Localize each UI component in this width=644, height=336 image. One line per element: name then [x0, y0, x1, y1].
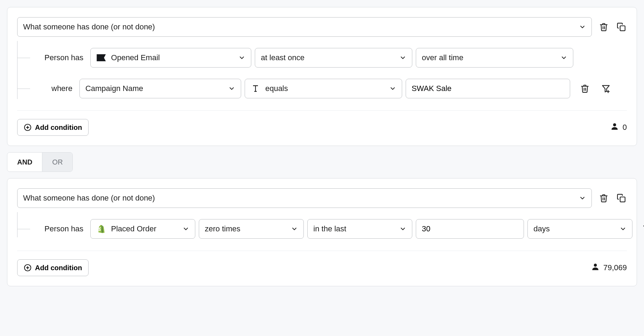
chevron-down-icon	[399, 225, 406, 232]
svg-rect-0	[620, 26, 625, 31]
svg-point-15	[594, 264, 597, 267]
delete-filter-button[interactable]	[579, 83, 590, 94]
condition-row: Person has Opened Email at least once ov…	[30, 48, 627, 68]
condition-row: Person has Placed Order zero times	[30, 219, 627, 239]
delete-group-button[interactable]	[598, 21, 609, 33]
add-condition-button[interactable]: Add condition	[17, 259, 89, 276]
frequency-label: at least once	[261, 53, 304, 62]
duplicate-group-button[interactable]	[616, 192, 627, 204]
chevron-down-icon	[291, 225, 298, 232]
row-prefix: Person has	[30, 224, 87, 233]
unit-selector[interactable]: days	[527, 219, 632, 239]
shopify-icon	[96, 224, 106, 234]
condition-type-label: What someone has done (or not done)	[23, 194, 155, 203]
metric-label: Placed Order	[111, 224, 156, 233]
add-condition-label: Add condition	[35, 264, 82, 272]
svg-point-7	[613, 123, 616, 126]
metric-selector[interactable]: Placed Order	[90, 219, 195, 239]
add-filter-button[interactable]	[600, 83, 611, 94]
condition-group: What someone has done (or not done) Pers…	[7, 7, 637, 146]
profile-count: 79,069	[591, 262, 627, 273]
frequency-selector[interactable]: zero times	[199, 219, 304, 239]
add-filter-button[interactable]	[642, 223, 644, 234]
frequency-label: zero times	[205, 224, 240, 233]
operator-label: equals	[265, 84, 288, 93]
person-icon	[591, 262, 600, 273]
chevron-down-icon	[228, 85, 235, 92]
condition-type-selector[interactable]: What someone has done (or not done)	[17, 188, 592, 208]
svg-rect-8	[620, 197, 625, 202]
profile-count: 0	[610, 122, 627, 133]
delete-group-button[interactable]	[598, 192, 609, 204]
duplicate-group-button[interactable]	[616, 21, 627, 33]
filter-row: where Campaign Name equals	[30, 79, 627, 98]
frequency-selector[interactable]: at least once	[255, 48, 412, 68]
property-label: Campaign Name	[85, 84, 143, 93]
person-icon	[610, 122, 619, 133]
logic-or-button[interactable]: OR	[42, 153, 72, 172]
metric-label: Opened Email	[111, 53, 160, 62]
timeframe-label: in the last	[313, 224, 346, 233]
unit-label: days	[533, 224, 550, 233]
chevron-down-icon	[389, 85, 396, 92]
add-condition-label: Add condition	[35, 124, 82, 132]
text-type-icon	[251, 84, 260, 93]
timeframe-selector[interactable]: in the last	[307, 219, 412, 239]
amount-input[interactable]	[416, 219, 524, 239]
timeframe-selector[interactable]: over all time	[416, 48, 573, 68]
chevron-down-icon	[560, 54, 567, 61]
logic-and-button[interactable]: AND	[7, 153, 42, 172]
condition-type-selector[interactable]: What someone has done (or not done)	[17, 17, 592, 37]
condition-group: What someone has done (or not done) Pers…	[7, 178, 637, 286]
flag-icon	[96, 53, 106, 63]
row-prefix: where	[30, 84, 76, 93]
chevron-down-icon	[399, 54, 406, 61]
metric-selector[interactable]: Opened Email	[90, 48, 251, 68]
add-condition-button[interactable]: Add condition	[17, 119, 89, 136]
condition-type-label: What someone has done (or not done)	[23, 22, 155, 31]
chevron-down-icon	[182, 225, 189, 232]
chevron-down-icon	[579, 23, 586, 30]
value-input[interactable]	[406, 79, 570, 98]
count-value: 79,069	[603, 263, 627, 272]
property-selector[interactable]: Campaign Name	[79, 79, 241, 98]
chevron-down-icon	[579, 195, 586, 202]
operator-selector[interactable]: equals	[245, 79, 402, 98]
condition-tree: Person has Opened Email at least once ov…	[17, 48, 627, 98]
timeframe-label: over all time	[422, 53, 463, 62]
chevron-down-icon	[238, 54, 245, 61]
count-value: 0	[623, 123, 627, 132]
chevron-down-icon	[620, 225, 626, 232]
row-prefix: Person has	[30, 53, 87, 62]
logic-toggle: AND OR	[7, 152, 73, 172]
condition-tree: Person has Placed Order zero times	[17, 219, 627, 239]
